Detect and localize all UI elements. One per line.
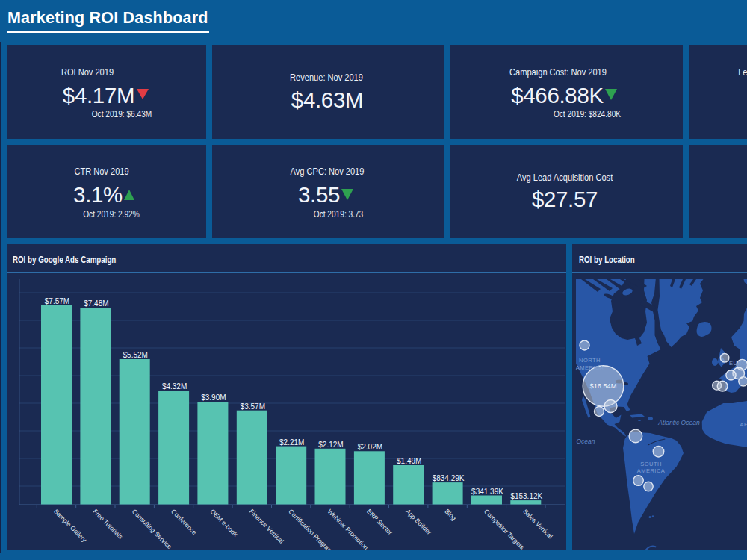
svg-text:App Builder: App Builder xyxy=(404,508,433,536)
svg-text:Conference: Conference xyxy=(170,508,198,536)
svg-text:NORTH: NORTH xyxy=(578,357,600,364)
svg-text:$341.39K: $341.39K xyxy=(471,488,503,496)
svg-text:Consulting Service: Consulting Service xyxy=(131,508,173,550)
svg-text:$3.57M: $3.57M xyxy=(241,402,265,411)
svg-text:Finance Vertical: Finance Vertical xyxy=(248,508,285,545)
svg-text:Sample Gallery: Sample Gallery xyxy=(52,508,89,544)
svg-text:Atlantic Ocean: Atlantic Ocean xyxy=(657,419,700,426)
svg-text:ERP Sector: ERP Sector xyxy=(365,508,394,536)
svg-text:$3.90M: $3.90M xyxy=(201,393,226,402)
svg-text:Sales Vertical: Sales Vertical xyxy=(521,508,554,541)
svg-text:SOUTH: SOUTH xyxy=(640,461,662,467)
svg-text:$4.32M: $4.32M xyxy=(162,382,187,391)
svg-text:Webinar Promotion: Webinar Promotion xyxy=(326,508,371,550)
svg-text:Free Tutorials: Free Tutorials xyxy=(91,508,124,541)
svg-text:Pacific Ocean: Pacific Ocean xyxy=(572,438,595,445)
svg-text:OEM e-book: OEM e-book xyxy=(208,508,239,538)
svg-text:AMERICA: AMERICA xyxy=(636,467,665,474)
svg-text:AMERICA: AMERICA xyxy=(575,364,604,371)
svg-text:Blog: Blog xyxy=(444,508,458,522)
svg-text:$2.02M: $2.02M xyxy=(358,443,382,451)
svg-text:AFRICA: AFRICA xyxy=(740,421,747,428)
svg-text:$153.12K: $153.12K xyxy=(510,492,542,500)
svg-text:$2.21M: $2.21M xyxy=(279,438,304,447)
svg-text:$1.49M: $1.49M xyxy=(397,457,421,465)
svg-text:Competitor Targets: Competitor Targets xyxy=(483,508,526,550)
svg-text:$2.12M: $2.12M xyxy=(318,441,343,449)
svg-text:EUROPE: EUROPE xyxy=(729,360,747,367)
svg-text:$834.29K: $834.29K xyxy=(433,474,465,482)
svg-text:$7.48M: $7.48M xyxy=(84,299,108,308)
svg-text:$16.54M: $16.54M xyxy=(589,382,616,390)
svg-text:$7.57M: $7.57M xyxy=(45,297,69,305)
svg-text:$5.52M: $5.52M xyxy=(123,351,148,359)
